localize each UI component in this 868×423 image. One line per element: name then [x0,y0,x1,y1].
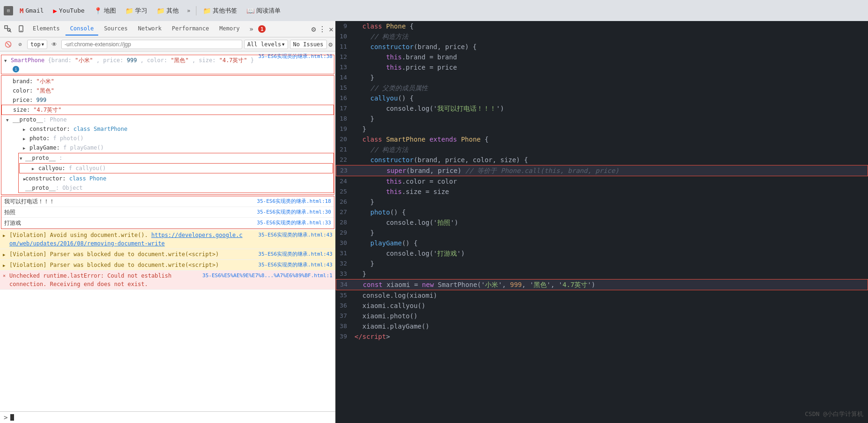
line-content: // 父类的成员属性 [354,83,862,93]
inner-proto-group: ▼ __proto__ : callyou: f callyou() const… [18,153,334,193]
proto-phone[interactable]: __proto__: Phone [1,115,334,124]
inner-constructor-row[interactable]: constructor: class Phone [19,174,333,183]
proto-inner[interactable]: ▼ __proto__ : [19,153,333,163]
violation-line-2: [Violation] Parser was blocked due to do… [0,249,335,260]
main-container: Elements Console Sources Network Perform… [0,21,868,423]
line-number: 10 [336,31,354,42]
tab-console[interactable]: Console [65,22,99,36]
line-number: 28 [336,217,354,228]
console-output: 35-ES6实现类的继承.html:38 SmartPhone {brand: … [0,51,335,411]
code-line-19: 19 } [336,124,868,134]
photo-row[interactable]: photo: f photo() [18,134,334,143]
tab-network[interactable]: Network [133,22,166,36]
tab-performance[interactable]: Performance [167,22,214,36]
code-line-20: 20 class SmartPhone extends Phone { [336,134,868,144]
other-bookmarks[interactable]: 📁 其他书签 [200,6,240,16]
code-line-16: 16 callyou() { [336,93,868,103]
learning-bookmark[interactable]: 📁 学习 [123,6,150,16]
line-number: 11 [336,42,354,52]
line-number: 24 [336,176,354,186]
other-bookmark[interactable]: 📁 其他 [154,6,181,16]
filter-toggle-icon[interactable]: ⊘ [15,39,25,50]
devtools-panel: Elements Console Sources Network Perform… [0,21,336,423]
gmail-bookmark[interactable]: M Gmail [17,6,47,15]
source-link-33[interactable]: 35-ES6实现类的继承.html:33 [257,219,331,227]
line-number: 35 [336,290,354,301]
inspect-icon[interactable] [2,23,14,35]
playgame-row[interactable]: playGame: f playGame() [18,143,334,152]
code-line-39: 39</script> [336,331,868,342]
line-number: 33 [336,269,354,279]
tab-sources[interactable]: Sources [99,22,132,36]
line-number: 22 [336,155,354,165]
line-number: 23 [336,165,355,176]
output-line-photo: 拍照 35-ES6实现类的继承.html:30 [1,207,334,218]
console-settings-icon[interactable]: ⚙ [329,41,333,48]
devtools-settings-icon[interactable]: ⚙ [311,25,316,34]
code-line-26: 26 } [336,197,868,207]
maps-bookmark[interactable]: 📍 地图 [91,6,119,16]
source-link-30[interactable]: 35-ES6实现类的继承.html:30 [257,208,331,216]
violation-source-1[interactable]: 35-ES6实现类的继承.html:43 [258,231,333,248]
code-line-29: 29 } [336,228,868,238]
line-number: 13 [336,62,354,72]
error-source-1[interactable]: 35-ES6%E5%AE%9E%E7%8...%A7%E6%89%BF.html… [203,272,333,288]
line-content: // 构造方法 [354,144,862,155]
line-content: console.log('我可以打电话！！！') [354,103,862,114]
log-levels-selector[interactable]: All levels ▼ [244,40,288,49]
line-number: 29 [336,228,354,238]
code-line-28: 28 console.log('拍照') [336,217,868,228]
tab-memory[interactable]: Memory [215,22,244,36]
clear-console-icon[interactable]: 🚫 [3,39,13,50]
line-content: playGame() { [354,238,862,248]
violation-source-3[interactable]: 35-ES6实现类的继承.html:43 [258,261,333,269]
proto-children: constructor: class SmartPhone photo: f p… [1,124,334,193]
constructor-row[interactable]: constructor: class SmartPhone [18,124,334,134]
object-props: brand: "小米" color: "黑色" price: 999 size:… [1,75,334,195]
line-content: console.log('打游戏') [354,248,862,258]
callyou-row[interactable]: callyou: f callyou() [27,164,333,173]
devtools-close-icon[interactable]: ✕ [329,25,333,34]
line-number: 31 [336,248,354,258]
apps-icon[interactable]: ⊞ [4,6,13,15]
console-filter-input[interactable] [61,40,242,49]
object-label: SmartPhone {brand: "小米" , price: 999 , c… [11,57,254,72]
eye-icon[interactable]: 👁 [49,39,59,50]
line-number: 37 [336,311,354,321]
line-content: class SmartPhone extends Phone { [354,134,862,144]
code-line-13: 13 this.price = price [336,62,868,72]
line-content: this.price = price [354,62,862,72]
youtube-bookmark[interactable]: ▶ YouTube [51,6,87,15]
tab-elements[interactable]: Elements [28,22,65,36]
line-content: this.color = color [354,176,862,186]
reading-list[interactable]: 📖 阅读清单 [244,6,283,16]
violation-text-2: [Violation] Parser was blocked due to do… [9,251,219,258]
line-content: this.size = size [354,186,862,197]
svg-rect-0 [5,26,7,29]
code-line-31: 31 console.log('打游戏') [336,248,868,258]
line-number: 18 [336,114,354,124]
code-line-22: 22 constructor(brand, price, color, size… [336,155,868,165]
line-number: 17 [336,103,354,114]
code-line-32: 32 } [336,258,868,269]
more-bookmarks-btn[interactable]: » [185,7,192,15]
gmail-label: Gmail [25,7,43,14]
violation-source-2[interactable]: 35-ES6实现类的继承.html:43 [258,250,333,258]
code-line-33: 33 } [336,269,868,279]
line-number: 21 [336,144,354,155]
more-tabs-icon[interactable]: » [245,23,257,35]
issues-filter[interactable]: No Issues [290,40,327,49]
prop-price: price: 999 [1,95,334,105]
line-content: class Phone { [354,21,862,31]
output-line-game: 打游戏 35-ES6实现类的继承.html:33 [1,218,334,229]
context-selector[interactable]: top ▼ [27,40,47,49]
devtools-toolbar: Elements Console Sources Network Perform… [0,21,335,37]
prop-brand: brand: "小米" [1,77,334,86]
devtools-more-icon[interactable]: ⋮ [318,25,326,34]
line-content: xiaomi.callyou() [354,301,862,311]
source-link-18[interactable]: 35-ES6实现类的继承.html:18 [257,197,331,206]
smartphone-object-entry[interactable]: SmartPhone {brand: "小米" , price: 999 , c… [1,55,334,74]
line-number: 26 [336,197,354,207]
file-source-line: 35-ES6实现类的继承.html:38 [0,51,335,54]
device-icon[interactable] [15,23,27,35]
